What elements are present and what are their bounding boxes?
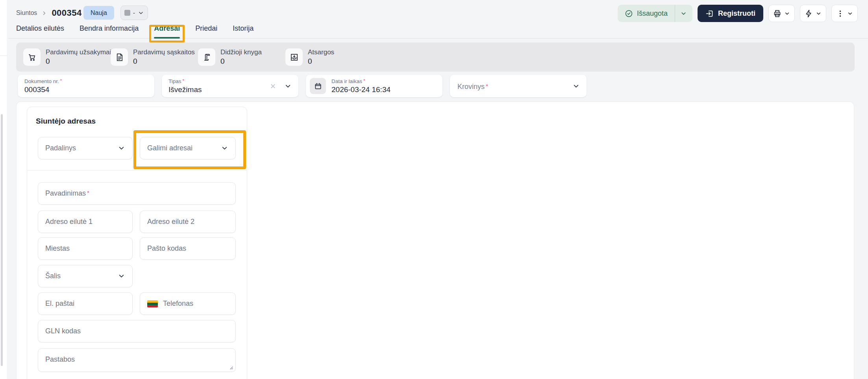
chevron-down-icon xyxy=(680,10,687,17)
postal-code-input[interactable]: Pašto kodas xyxy=(140,237,236,260)
required-mark: * xyxy=(60,78,62,83)
chevron-down-icon xyxy=(138,10,144,16)
chevron-down-icon xyxy=(118,272,125,280)
required-mark: * xyxy=(87,189,89,196)
status-badge: Nauja xyxy=(83,6,114,20)
side-scrollbar-thumb[interactable] xyxy=(1,114,3,366)
address-line-2-input[interactable]: Adreso eilutė 2 xyxy=(140,211,236,233)
emails-input[interactable]: El. paštai xyxy=(38,292,133,315)
breadcrumb-parent-link[interactable]: Siuntos xyxy=(16,9,37,17)
register-button-label: Registruoti xyxy=(718,9,755,18)
datetime-value: 2026-03-24 16:34 xyxy=(331,85,391,94)
required-mark: * xyxy=(486,83,488,89)
stat-count: 0 xyxy=(308,57,334,66)
cargo-select[interactable]: Krovinys* xyxy=(450,75,587,97)
address-line-1-input[interactable]: Adreso eilutė 1 xyxy=(38,211,133,233)
clear-icon[interactable] xyxy=(270,83,276,89)
tab-priedai[interactable]: Priedai xyxy=(195,19,217,38)
city-input[interactable]: Miestas xyxy=(38,237,133,260)
type-field[interactable]: Tipas* Išvežimas xyxy=(162,75,298,97)
addresses-content-card: Siuntėjo adresas Padalinys Galimi adresa… xyxy=(16,102,854,379)
printer-icon xyxy=(773,9,781,18)
sender-address-panel: Siuntėjo adresas Padalinys Galimi adresa… xyxy=(27,107,247,379)
available-addresses-wrap: Galimi adresai xyxy=(140,137,236,159)
color-swatch-icon xyxy=(124,10,130,16)
stat-inventory[interactable]: Atsargos 0 xyxy=(285,48,373,66)
stat-count: 0 xyxy=(46,57,111,66)
chevron-down-icon xyxy=(118,144,125,152)
name-input[interactable]: Pavadinimas* xyxy=(38,182,236,205)
notes-textarea[interactable]: Pastabos xyxy=(38,348,236,372)
register-import-icon xyxy=(705,9,714,18)
collapsed-side-strip xyxy=(0,0,7,379)
available-addresses-select[interactable]: Galimi adresai xyxy=(140,137,236,159)
tab-bendra-informacija[interactable]: Bendra informacija xyxy=(80,19,139,38)
stat-sales-orders[interactable]: Pardavimų užsakymai 0 xyxy=(23,48,111,66)
type-value: Išvežimas xyxy=(168,85,202,94)
related-records-bar: Pardavimų užsakymai 0 Pardavimų sąskaito… xyxy=(16,43,855,72)
department-select[interactable]: Padalinys xyxy=(38,137,133,159)
chevron-down-icon xyxy=(816,11,822,17)
stock-icon xyxy=(285,48,303,66)
stat-general-ledger[interactable]: Didžioji knyga 0 xyxy=(198,48,285,66)
document-number-value: 000354 xyxy=(24,85,49,94)
chevron-down-icon xyxy=(221,144,228,152)
phone-input[interactable]: Telefonas xyxy=(140,292,236,315)
tab-adresai[interactable]: Adresai xyxy=(154,19,180,38)
zap-icon xyxy=(805,9,813,18)
chevron-down-icon xyxy=(784,11,790,17)
required-mark: * xyxy=(363,78,365,83)
country-select[interactable]: Šalis xyxy=(38,265,133,287)
side-strip-divider xyxy=(0,55,7,56)
color-tag-select[interactable]: - xyxy=(120,6,148,20)
lithuania-flag-icon[interactable] xyxy=(147,300,158,307)
required-mark: * xyxy=(183,78,184,83)
tab-detalios-eilutes[interactable]: Detalios eilutės xyxy=(16,19,64,38)
chevron-down-icon xyxy=(847,11,853,17)
saved-button-label: Išsaugota xyxy=(637,9,668,18)
color-tag-value: - xyxy=(133,9,135,17)
calendar-icon[interactable] xyxy=(310,78,326,94)
resize-handle-icon[interactable] xyxy=(228,365,233,370)
datetime-field[interactable]: Data ir laikas* 2026-03-24 16:34 xyxy=(306,75,442,97)
document-number-field[interactable]: Dokumento nr.* 000354 xyxy=(18,75,154,97)
kebab-icon xyxy=(836,9,844,18)
chevron-down-icon[interactable] xyxy=(284,82,292,90)
breadcrumb-chevron-icon xyxy=(41,10,47,16)
stat-count: 0 xyxy=(133,57,195,66)
tab-bar: Detalios eilutės Bendra informacija Adre… xyxy=(8,19,868,39)
check-circle-icon xyxy=(625,9,633,18)
page-title: 000354 xyxy=(52,8,81,18)
cart-icon xyxy=(23,48,41,66)
main-area: Siuntos 000354 Nauja - Išsaugota xyxy=(8,0,868,379)
panel-title: Siuntėjo adresas xyxy=(36,117,96,126)
tab-istorija[interactable]: Istorija xyxy=(233,19,254,38)
stat-sales-invoices[interactable]: Pardavimų sąskaitos 0 xyxy=(111,48,198,66)
chevron-down-icon[interactable] xyxy=(572,82,580,90)
app-screen: Siuntos 000354 Nauja - Išsaugota xyxy=(0,0,868,379)
invoice-icon xyxy=(111,48,128,66)
ledger-icon xyxy=(198,48,215,66)
gln-code-input[interactable]: GLN kodas xyxy=(38,320,236,342)
active-tab-underline xyxy=(154,37,180,39)
panel-divider xyxy=(27,170,247,170)
stat-count: 0 xyxy=(220,57,262,66)
breadcrumb: Siuntos 000354 xyxy=(16,8,82,18)
document-fields-row: Dokumento nr.* 000354 Tipas* Išvežimas D… xyxy=(18,75,587,97)
